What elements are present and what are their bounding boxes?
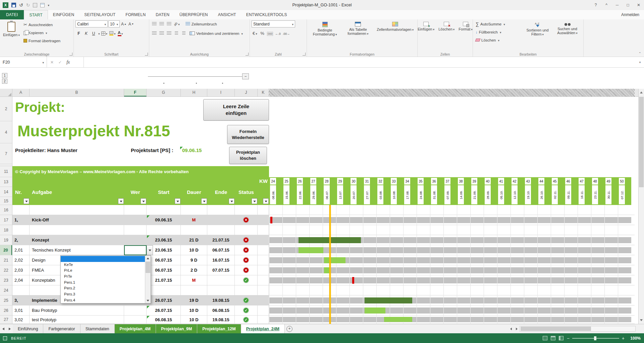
- ribbon-display-options-button[interactable]: ^: [601, 0, 612, 10]
- cell-k[interactable]: [258, 205, 269, 215]
- vertical-scrollbar[interactable]: [638, 89, 644, 324]
- decrease-indent-button[interactable]: [173, 30, 180, 37]
- hscroll-left-icon[interactable]: [508, 326, 514, 332]
- cell-wer[interactable]: [124, 305, 147, 315]
- row-header[interactable]: 16: [0, 205, 12, 215]
- cell-ende[interactable]: [207, 285, 235, 295]
- cell-ende[interactable]: 16.07.15: [207, 255, 235, 265]
- cell-dauer[interactable]: 9 D: [181, 255, 207, 265]
- redo-icon[interactable]: ↻: [26, 3, 30, 7]
- cut-button[interactable]: ✂Ausschneiden: [22, 21, 72, 28]
- align-top-button[interactable]: [151, 20, 158, 27]
- qat-custom-icon-2[interactable]: [40, 3, 45, 7]
- cell-nr[interactable]: 2,01: [12, 245, 30, 255]
- align-center-button[interactable]: [158, 30, 165, 37]
- dropdown-item[interactable]: KeTe: [61, 262, 145, 268]
- gantt-week-column[interactable]: 41 05.10.: [497, 177, 511, 205]
- sheet-tab[interactable]: Projektplan_4M: [115, 324, 156, 333]
- column-header[interactable]: K: [258, 89, 269, 96]
- cell-dauer[interactable]: 10 D: [181, 316, 207, 324]
- cell-k[interactable]: [258, 255, 269, 265]
- sheet-tab[interactable]: Farbgenerator: [43, 324, 80, 333]
- cell-ende[interactable]: 21.07.15: [207, 235, 235, 245]
- sheet-tab[interactable]: Projektplan_9M: [156, 324, 197, 333]
- gantt-week-column[interactable]: 47 16.11.: [578, 177, 591, 205]
- cell-k[interactable]: [258, 225, 269, 235]
- selected-cell-F20[interactable]: [124, 245, 147, 255]
- cell-nr[interactable]: 1,: [12, 215, 30, 225]
- autofilter-button[interactable]: [141, 198, 146, 204]
- paste-button[interactable]: Einfügen: [2, 20, 21, 51]
- row-header[interactable]: 2: [0, 97, 12, 121]
- scrollbar-thumb[interactable]: [639, 97, 644, 187]
- borders-button[interactable]: [101, 30, 108, 37]
- sheet-tab[interactable]: Einführung: [13, 324, 43, 333]
- gantt-week-column[interactable]: 42 12.10.: [511, 177, 524, 205]
- page-break-view-icon[interactable]: [559, 336, 564, 340]
- format-as-table-button[interactable]: Als Tabelle formatieren: [342, 20, 373, 51]
- row-header[interactable]: 4: [0, 121, 12, 143]
- gantt-week-column[interactable]: 45 02.11.: [551, 177, 564, 205]
- gantt-week-column[interactable]: 40 28.09.: [484, 177, 497, 205]
- cell-wer[interactable]: [124, 205, 147, 215]
- row-header[interactable]: 14: [0, 187, 12, 197]
- ribbon-tab[interactable]: EINFÜGEN: [48, 10, 79, 19]
- page-layout-view-icon[interactable]: [551, 336, 555, 340]
- restore-button[interactable]: □: [623, 0, 633, 10]
- cell-aufgabe[interactable]: Kick-Off: [30, 215, 124, 225]
- sheet-tab[interactable]: Projektplan_24M: [241, 324, 285, 333]
- cell-dauer[interactable]: M: [181, 215, 207, 225]
- macro-record-icon[interactable]: [3, 336, 7, 340]
- gantt-week-column[interactable]: 39 21.09.: [470, 177, 484, 205]
- bold-button[interactable]: F: [75, 30, 82, 37]
- scroll-up-icon[interactable]: [145, 256, 151, 261]
- qat-custom-icon-1[interactable]: [33, 3, 37, 7]
- cell-aufgabe[interactable]: test Prototyp: [30, 316, 124, 324]
- ribbon-tab[interactable]: FORMELN: [120, 10, 151, 19]
- gantt-week-column[interactable]: 28 06.07.: [323, 177, 336, 205]
- cell-k[interactable]: [258, 285, 269, 295]
- cell-k[interactable]: [258, 235, 269, 245]
- scroll-down-icon[interactable]: [145, 298, 151, 303]
- gantt-week-column[interactable]: 25 15.06.: [282, 177, 296, 205]
- cell-start[interactable]: 06.07.15: [147, 255, 181, 265]
- conditional-formatting-button[interactable]: Bedingte Formatierung: [309, 20, 341, 51]
- scroll-up-icon[interactable]: [639, 89, 644, 95]
- merge-center-button[interactable]: Verbinden und zentrieren: [189, 30, 244, 37]
- row-header[interactable]: 27: [0, 316, 12, 324]
- align-bottom-button[interactable]: [166, 20, 172, 27]
- insert-function-button[interactable]: fx: [66, 60, 70, 65]
- underline-button[interactable]: U: [90, 30, 97, 37]
- cell-dauer[interactable]: 10 D: [181, 305, 207, 315]
- ribbon-tab[interactable]: START: [24, 10, 48, 19]
- cell-status[interactable]: [235, 295, 258, 305]
- cell-wer[interactable]: [124, 235, 147, 245]
- thousands-separator-button[interactable]: [266, 30, 274, 37]
- dropdown-item[interactable]: Pers.1: [61, 280, 145, 286]
- dialog-launcher-icon[interactable]: [69, 53, 72, 56]
- cell-ende[interactable]: [207, 275, 235, 285]
- cell-ende[interactable]: [207, 215, 235, 225]
- row-header[interactable]: 17: [0, 215, 12, 225]
- cell-aufgabe[interactable]: [30, 225, 124, 235]
- cell-k[interactable]: [258, 316, 269, 324]
- sheet-nav-left-icon[interactable]: [0, 324, 6, 333]
- fill-color-button[interactable]: [109, 30, 116, 37]
- decrease-decimal-button[interactable]: [282, 30, 291, 37]
- cell-start[interactable]: 21.07.15: [147, 275, 181, 285]
- name-box[interactable]: F20: [0, 57, 47, 67]
- delete-cells-button[interactable]: Löschen: [437, 20, 456, 51]
- collapse-ribbon-icon[interactable]: ⌃: [639, 52, 641, 55]
- project-start-value[interactable]: 09.06.15: [182, 147, 202, 153]
- cell-k[interactable]: [258, 265, 269, 275]
- insert-empty-row-button[interactable]: Leere Zeileeinfügen: [203, 99, 269, 121]
- cell-nr[interactable]: 2,02: [12, 255, 30, 265]
- font-color-button[interactable]: [117, 30, 124, 37]
- row-header[interactable]: 21: [0, 255, 12, 265]
- sheet-tab[interactable]: Stammdaten: [80, 324, 115, 333]
- minimize-button[interactable]: ─: [612, 0, 623, 10]
- clear-button[interactable]: Löschen: [475, 37, 522, 44]
- row-header[interactable]: 11: [0, 166, 12, 177]
- cell-dauer[interactable]: 21 D: [181, 235, 207, 245]
- ribbon-tab[interactable]: SEITENLAYOUT: [79, 10, 120, 19]
